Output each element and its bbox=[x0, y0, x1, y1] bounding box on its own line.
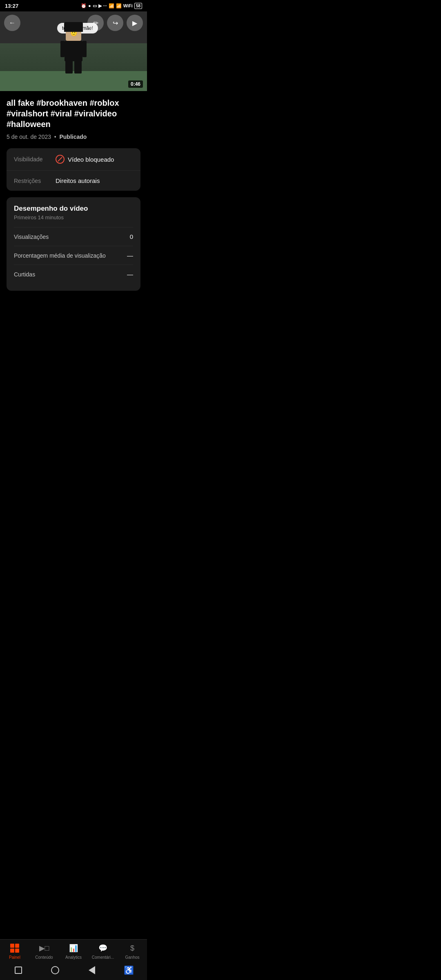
status-icons: ⏰ ● ▭ ▶ ··· 📶 📶 WiFi 58 bbox=[81, 3, 142, 9]
edit-button[interactable]: ✏ bbox=[87, 15, 104, 31]
status-time: 13:27 bbox=[5, 3, 18, 9]
avg-value: — bbox=[127, 252, 133, 259]
signal2-icon: 📶 bbox=[116, 3, 122, 9]
alarm-icon: ⏰ bbox=[81, 3, 87, 9]
restrictions-label: Restrições bbox=[14, 178, 51, 184]
top-right-icons: ✏ ↪ ▶ bbox=[87, 15, 143, 31]
views-label: Visualizações bbox=[14, 234, 49, 240]
signal-icon: 📶 bbox=[109, 3, 114, 9]
more-icon: ··· bbox=[103, 3, 107, 8]
perf-row-views: Visualizações 0 bbox=[14, 227, 133, 246]
publish-status: Publicado bbox=[59, 134, 87, 140]
video-container: tchau mamãe! 🙂 ← ✏ ↪ ▶ 0:46 bbox=[0, 11, 147, 91]
likes-value: — bbox=[127, 271, 133, 278]
youtube-icon: ▶ bbox=[98, 3, 102, 9]
visibility-label: Visibilidade bbox=[14, 156, 51, 163]
scene-floor bbox=[0, 71, 147, 91]
perf-title: Desempenho do vídeo bbox=[14, 205, 133, 213]
performance-card: Desempenho do vídeo Primeiros 14 minutos… bbox=[7, 197, 140, 291]
screen-icon: ▭ bbox=[93, 3, 97, 9]
blocked-icon bbox=[56, 155, 65, 164]
char-arm-left bbox=[60, 41, 65, 57]
perf-subtitle: Primeiros 14 minutos bbox=[14, 214, 133, 220]
perf-row-avg: Porcentagem média de visualização — bbox=[14, 246, 133, 265]
visibility-value: Vídeo bloqueado bbox=[56, 155, 114, 164]
main-content: all fake #brookhaven #roblox #viralshort… bbox=[0, 91, 147, 364]
char-leg-left bbox=[65, 61, 73, 74]
char-body bbox=[65, 41, 82, 61]
restrictions-row: Restrições Direitos autorais bbox=[7, 171, 140, 191]
back-button[interactable]: ← bbox=[4, 15, 20, 31]
battery-indicator: 58 bbox=[134, 3, 142, 9]
wifi-icon: WiFi bbox=[123, 3, 133, 8]
avg-label: Porcentagem média de visualização bbox=[14, 252, 106, 259]
restrictions-value: Direitos autorais bbox=[56, 177, 100, 184]
likes-label: Curtidas bbox=[14, 271, 35, 278]
status-bar: 13:27 ⏰ ● ▭ ▶ ··· 📶 📶 WiFi 58 bbox=[0, 0, 147, 11]
views-value: 0 bbox=[130, 233, 133, 240]
video-duration: 0:46 bbox=[128, 80, 143, 88]
whatsapp-icon: ● bbox=[88, 3, 91, 8]
visibility-card: Visibilidade Vídeo bloqueado Restrições … bbox=[7, 148, 140, 191]
visibility-row: Visibilidade Vídeo bloqueado bbox=[7, 148, 140, 171]
char-arm-right bbox=[82, 41, 87, 57]
perf-row-likes: Curtidas — bbox=[14, 265, 133, 283]
share-button[interactable]: ↪ bbox=[107, 15, 123, 31]
char-legs bbox=[65, 61, 82, 74]
video-date: 5 de out. de 2023 • Publicado bbox=[7, 134, 140, 140]
video-top-bar: ← ✏ ↪ ▶ bbox=[0, 11, 147, 34]
char-leg-right bbox=[74, 61, 82, 74]
video-title: all fake #brookhaven #roblox #viralshort… bbox=[7, 98, 140, 129]
youtube-button[interactable]: ▶ bbox=[127, 15, 143, 31]
